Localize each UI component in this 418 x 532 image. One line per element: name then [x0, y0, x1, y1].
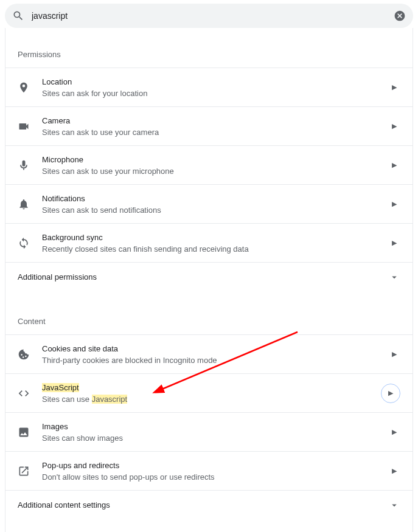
chevron-right-icon: ▶ — [388, 428, 400, 436]
row-notifications[interactable]: Notifications Sites can ask to send noti… — [5, 184, 413, 223]
row-subtitle: Sites can ask for your location — [42, 89, 388, 98]
row-subtitle: Sites can ask to send notifications — [42, 206, 388, 215]
sync-icon — [18, 237, 42, 249]
row-title: Cookies and site data — [42, 344, 388, 353]
content-header: Content — [5, 311, 413, 334]
row-subtitle: Sites can show images — [42, 434, 388, 443]
cookie-icon — [18, 348, 42, 361]
row-popups[interactable]: Pop-ups and redirects Don't allow sites … — [5, 451, 413, 490]
clear-search-icon[interactable] — [394, 10, 406, 22]
popup-icon — [18, 465, 42, 477]
chevron-right-icon: ▶ — [388, 350, 400, 358]
chevron-right-icon: ▶ — [388, 83, 400, 91]
row-title: Additional permissions — [18, 272, 388, 282]
row-title: Pop-ups and redirects — [42, 461, 388, 470]
row-title: Additional content settings — [18, 500, 388, 510]
row-microphone[interactable]: Microphone Sites can ask to use your mic… — [5, 145, 413, 184]
chevron-right-icon: ▶ — [388, 200, 400, 208]
image-icon — [18, 426, 42, 438]
microphone-icon — [18, 159, 42, 171]
row-camera[interactable]: Camera Sites can ask to use your camera … — [5, 106, 413, 145]
row-additional-content[interactable]: Additional content settings — [5, 490, 413, 519]
row-title: Notifications — [42, 194, 388, 203]
camera-icon — [18, 120, 42, 133]
permissions-header: Permissions — [5, 44, 413, 67]
location-icon — [18, 81, 42, 94]
chevron-right-highlighted[interactable]: ▶ — [381, 384, 400, 403]
row-title: Microphone — [42, 155, 388, 164]
row-additional-permissions[interactable]: Additional permissions — [5, 262, 413, 291]
row-subtitle: Third-party cookies are blocked in Incog… — [42, 356, 388, 365]
chevron-right-icon: ▶ — [385, 389, 397, 397]
row-background-sync[interactable]: Background sync Recently closed sites ca… — [5, 223, 413, 262]
row-cookies[interactable]: Cookies and site data Third-party cookie… — [5, 334, 413, 373]
row-subtitle: Sites can use Javascript — [42, 395, 381, 404]
search-icon — [12, 10, 24, 22]
search-input[interactable] — [32, 11, 394, 21]
row-javascript[interactable]: JavaScript Sites can use Javascript ▶ — [5, 373, 413, 412]
chevron-down-icon — [388, 272, 400, 283]
code-icon — [18, 387, 42, 399]
search-bar[interactable] — [5, 4, 413, 28]
chevron-right-icon: ▶ — [388, 467, 400, 475]
row-subtitle: Sites can ask to use your microphone — [42, 167, 388, 176]
row-subtitle: Sites can ask to use your camera — [42, 128, 388, 137]
bell-icon — [18, 198, 42, 210]
row-title: JavaScript — [42, 383, 381, 392]
row-images[interactable]: Images Sites can show images ▶ — [5, 412, 413, 451]
chevron-right-icon: ▶ — [388, 239, 400, 247]
row-subtitle: Don't allow sites to send pop-ups or use… — [42, 472, 388, 482]
row-title: Camera — [42, 116, 388, 125]
row-title: Location — [42, 77, 388, 86]
chevron-right-icon: ▶ — [388, 122, 400, 130]
chevron-down-icon — [388, 500, 400, 511]
row-location[interactable]: Location Sites can ask for your location… — [5, 67, 413, 106]
settings-page: Permissions Location Sites can ask for y… — [5, 28, 413, 532]
row-title: Images — [42, 422, 388, 431]
chevron-right-icon: ▶ — [388, 161, 400, 169]
row-subtitle: Recently closed sites can finish sending… — [42, 244, 388, 254]
row-title: Background sync — [42, 233, 388, 242]
